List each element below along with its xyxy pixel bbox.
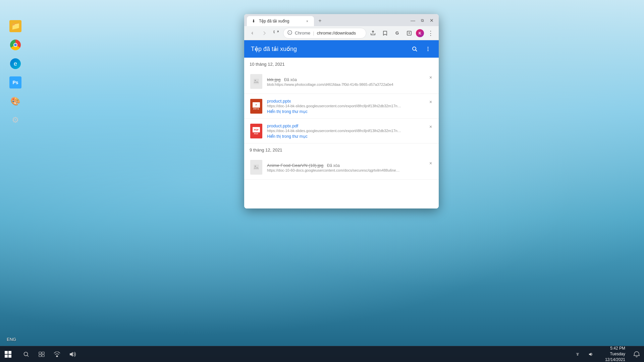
image-file-icon — [250, 74, 262, 89]
downloads-search-button[interactable] — [409, 44, 420, 54]
download-info-4: Anime Food GearVN (18).jpg Đã xóa https:… — [267, 162, 433, 172]
notification-center-button[interactable] — [629, 347, 644, 362]
download-item-1: kkk.jpg Đã xóa blob:https://www.photocol… — [244, 69, 439, 94]
address-site-name: Chrome — [295, 31, 310, 36]
downloads-header-actions — [409, 44, 433, 54]
win-logo-tr — [8, 351, 11, 354]
address-url: chrome://downloads — [317, 31, 356, 36]
date-group-1: 10 tháng 12, 2021 — [244, 58, 439, 69]
desktop-icons: 📁 e Ps 🎨 ⚙ — [5, 20, 25, 126]
taskbar-day: Tuesday — [605, 351, 625, 357]
browser-toolbar: i Chrome | chrome://downloads G K ⋮ — [244, 26, 439, 40]
svg-rect-2 — [407, 31, 411, 35]
desktop-icon-settings[interactable]: ⚙ — [5, 114, 25, 126]
desktop-icon-photoshop[interactable]: Ps — [5, 76, 25, 88]
taskbar-clock[interactable]: 5:42 PM Tuesday 12/14/2021 — [601, 346, 629, 362]
taskbar-wifi-icon[interactable] — [50, 347, 64, 362]
download-info-3: product.pptx.pdf https://doc-14-bk-slide… — [267, 123, 433, 139]
downloads-list: 10 tháng 12, 2021 kkk.jpg Đã xóa blob:ht… — [244, 58, 439, 208]
file-icon-3: PDF PDF — [250, 123, 263, 139]
browser-titlebar: ⬇ Tệp đã tải xuống × + — ⧉ ✕ — [244, 14, 439, 26]
system-tray — [568, 348, 601, 360]
extensions-button[interactable] — [404, 28, 415, 39]
tab-favicon: ⬇ — [251, 18, 256, 24]
tab-close-button[interactable]: × — [305, 18, 310, 24]
download-remove-button-4[interactable]: × — [427, 159, 435, 167]
taskbar-pinned-icons — [16, 347, 568, 362]
show-in-folder-button-3[interactable]: Hiển thị trong thư mục — [267, 134, 308, 139]
download-filename-row-4: Anime Food GearVN (18).jpg Đã xóa — [267, 162, 433, 168]
download-filename-text-2[interactable]: product.pptx — [267, 99, 291, 104]
download-url-3: https://doc-14-bk-slides.googleuserconte… — [267, 129, 401, 133]
translate-button[interactable]: G — [392, 28, 402, 39]
desktop-icon-chrome[interactable] — [5, 39, 25, 51]
svg-point-5 — [428, 49, 429, 50]
desktop-icon-paint[interactable]: 🎨 — [5, 95, 25, 107]
file-icon-1 — [250, 73, 263, 89]
windows-logo — [5, 351, 11, 358]
image-file-icon-4 — [250, 160, 262, 175]
back-button[interactable] — [247, 28, 258, 39]
download-item-2: P PPTX product.pptx https://doc-14-bk-sl… — [244, 94, 439, 119]
start-button[interactable] — [0, 346, 16, 362]
browser-content: Tệp đã tải xuống 10 tháng 12, 2021 — [244, 40, 439, 208]
win-logo-tl — [5, 351, 8, 354]
settings-icon: ⚙ — [9, 114, 21, 126]
file-explorer-icon: 📁 — [9, 20, 21, 32]
taskbar-search-icon[interactable] — [19, 347, 34, 362]
download-deleted-badge-4: Đã xóa — [327, 163, 340, 168]
browser-window: ⬇ Tệp đã tải xuống × + — ⧉ ✕ — [244, 14, 439, 208]
download-info-2: product.pptx https://doc-14-bk-slides.go… — [267, 98, 433, 114]
desktop-icon-edge[interactable]: e — [5, 58, 25, 70]
security-icon: i — [287, 30, 292, 36]
download-remove-button-1[interactable]: × — [427, 73, 435, 81]
svg-point-10 — [255, 166, 256, 167]
svg-point-16 — [56, 356, 58, 357]
forward-button[interactable] — [259, 28, 270, 39]
taskbar-task-view-icon[interactable] — [34, 347, 49, 362]
download-remove-button-3[interactable]: × — [427, 123, 435, 131]
taskbar-volume-icon[interactable] — [65, 347, 80, 362]
tray-volume-icon[interactable] — [585, 348, 597, 360]
svg-rect-12 — [39, 352, 41, 354]
bookmark-button[interactable] — [380, 28, 390, 39]
svg-rect-9 — [254, 165, 259, 170]
download-info-1: kkk.jpg Đã xóa blob:https://www.photocol… — [267, 76, 433, 86]
window-minimize-button[interactable]: — — [409, 16, 417, 25]
download-url-4: https://doc-10-60-docs.googleusercontent… — [267, 168, 401, 172]
downloads-header: Tệp đã tải xuống — [244, 40, 439, 58]
downloads-page-title: Tệp đã tải xuống — [251, 45, 297, 53]
svg-rect-15 — [42, 355, 44, 357]
window-controls: — ⧉ ✕ — [409, 16, 436, 25]
new-tab-button[interactable]: + — [315, 16, 325, 25]
show-in-folder-button-2[interactable]: Hiển thị trong thư mục — [267, 109, 308, 114]
download-filename-text-1: kkk.jpg — [267, 77, 280, 82]
svg-rect-7 — [254, 79, 259, 84]
language-indicator: ENG — [7, 337, 16, 342]
more-options-button[interactable]: ⋮ — [425, 28, 436, 39]
svg-point-6 — [428, 50, 429, 51]
window-restore-button[interactable]: ⧉ — [418, 16, 427, 25]
download-url-1: blob:https://www.photocollage.com/d461fd… — [267, 82, 401, 86]
svg-point-4 — [428, 47, 429, 48]
taskbar-date: 12/14/2021 — [605, 357, 625, 362]
profile-button[interactable]: K — [416, 29, 424, 37]
win-logo-br — [8, 355, 11, 358]
download-filename-text-4: Anime Food GearVN (18).jpg — [267, 163, 323, 168]
tab-title: Tệp đã tải xuống — [259, 19, 302, 23]
address-separator: | — [313, 31, 314, 36]
window-close-button[interactable]: ✕ — [427, 16, 436, 25]
download-filename-1: kkk.jpg Đã xóa — [267, 76, 433, 82]
desktop-icon-file-explorer[interactable]: 📁 — [5, 20, 25, 32]
download-remove-button-2[interactable]: × — [427, 98, 435, 106]
download-filename-text-3[interactable]: product.pptx.pdf — [267, 123, 298, 128]
svg-point-8 — [255, 80, 256, 81]
share-button[interactable] — [368, 28, 378, 39]
reload-button[interactable] — [271, 28, 282, 39]
win-logo-bl — [5, 355, 8, 358]
svg-point-3 — [413, 47, 416, 50]
downloads-more-button[interactable] — [423, 44, 433, 54]
browser-tab[interactable]: ⬇ Tệp đã tải xuống × — [247, 16, 314, 26]
address-bar[interactable]: i Chrome | chrome://downloads — [283, 28, 366, 39]
tray-network-icon[interactable] — [572, 348, 584, 360]
